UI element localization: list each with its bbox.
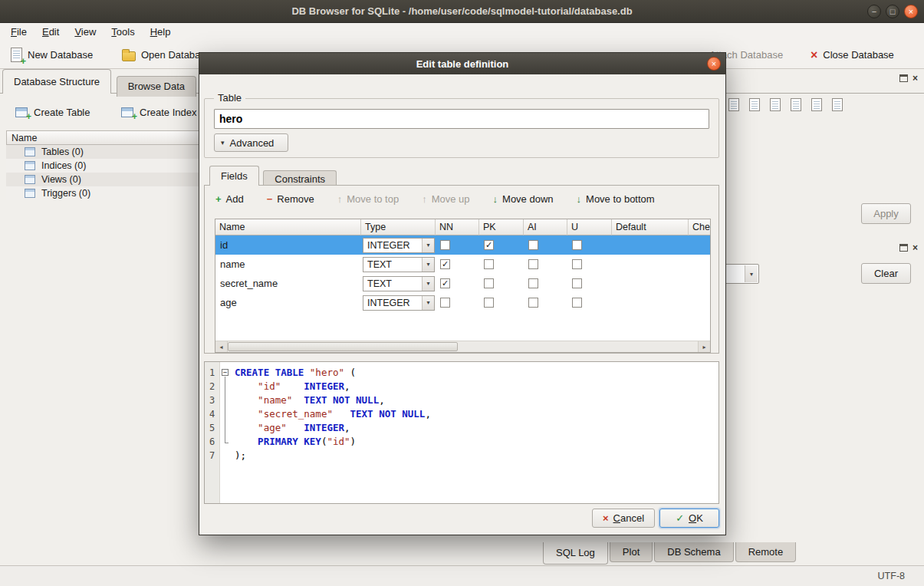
type-combobox[interactable]: INTEGER▾ bbox=[363, 238, 435, 253]
add-label: Add bbox=[226, 193, 244, 205]
create-index-button[interactable]: Create Index bbox=[117, 102, 201, 122]
fold-marker bbox=[220, 435, 232, 449]
bottom-tab-remote[interactable]: Remote bbox=[735, 542, 797, 562]
fields-grid: NameTypeNNPKAIUDefaultCheck idINTEGER▾✓n… bbox=[215, 219, 711, 353]
pk-checkbox[interactable] bbox=[484, 259, 494, 269]
column-header[interactable]: PK bbox=[479, 219, 524, 235]
column-header[interactable]: Default bbox=[612, 219, 689, 235]
field-row[interactable]: ageINTEGER▾ bbox=[215, 293, 710, 312]
sql-token bbox=[235, 394, 258, 406]
field-row[interactable]: nameTEXT▾✓ bbox=[215, 255, 710, 274]
create-table-label: Create Table bbox=[34, 107, 90, 118]
new-database-button[interactable]: New Database bbox=[8, 41, 96, 69]
advanced-button[interactable]: ▾ Advanced bbox=[214, 133, 288, 152]
ai-checkbox[interactable] bbox=[528, 298, 538, 308]
field-u-cell bbox=[567, 274, 612, 293]
bottom-tab-sql-log[interactable]: SQL Log bbox=[543, 542, 608, 565]
column-header[interactable]: Name bbox=[215, 219, 361, 235]
nn-checkbox[interactable]: ✓ bbox=[440, 278, 450, 288]
column-header[interactable]: Type bbox=[361, 219, 436, 235]
window-titlebar[interactable]: DB Browser for SQLite - /home/user/code/… bbox=[0, 0, 924, 23]
scroll-right-icon[interactable]: ▸ bbox=[698, 341, 710, 352]
scrollbar-thumb[interactable] bbox=[228, 342, 458, 351]
column-header[interactable]: AI bbox=[524, 219, 567, 235]
horizontal-scrollbar[interactable]: ◂ ▸ bbox=[215, 341, 710, 352]
cell-tool-icon[interactable] bbox=[791, 98, 801, 111]
apply-button[interactable]: Apply bbox=[861, 203, 911, 224]
table-groupbox: Table ▾ Advanced bbox=[204, 98, 719, 158]
clear-button[interactable]: Clear bbox=[861, 263, 911, 284]
nn-checkbox[interactable]: ✓ bbox=[440, 259, 450, 269]
u-checkbox[interactable] bbox=[572, 298, 582, 308]
sql-token bbox=[333, 408, 350, 420]
dock-close-icon[interactable]: × bbox=[912, 243, 918, 252]
collapse-icon[interactable]: − bbox=[222, 369, 229, 376]
nn-checkbox[interactable] bbox=[440, 240, 450, 250]
column-header[interactable]: NN bbox=[436, 219, 479, 235]
field-row[interactable]: idINTEGER▾✓ bbox=[215, 235, 710, 255]
move-up-icon: ↑ bbox=[422, 194, 427, 204]
dock-controls-bottom: × bbox=[899, 243, 918, 252]
dock-float-icon[interactable] bbox=[899, 74, 908, 82]
type-combobox[interactable]: TEXT▾ bbox=[363, 257, 435, 272]
cancel-button[interactable]: × Cancel bbox=[592, 509, 655, 528]
remove-button[interactable]: −Remove bbox=[267, 193, 314, 205]
dock-float-icon[interactable] bbox=[899, 244, 908, 252]
dock-close-icon[interactable]: × bbox=[912, 74, 918, 83]
u-checkbox[interactable] bbox=[572, 240, 582, 250]
type-combobox[interactable]: INTEGER▾ bbox=[363, 295, 435, 311]
scroll-left-icon[interactable]: ◂ bbox=[215, 341, 228, 352]
column-header[interactable]: U bbox=[567, 219, 612, 235]
tab-fields[interactable]: Fields bbox=[209, 166, 259, 186]
pk-checkbox[interactable]: ✓ bbox=[484, 240, 494, 250]
column-header[interactable]: Check bbox=[689, 219, 711, 235]
field-ai-cell bbox=[524, 274, 567, 293]
close-database-button[interactable]: × Close Database bbox=[807, 41, 897, 69]
menu-edit[interactable]: Edit bbox=[35, 25, 67, 39]
u-checkbox[interactable] bbox=[572, 259, 582, 269]
cell-tool-icon[interactable] bbox=[811, 98, 822, 111]
scrollbar-track[interactable] bbox=[458, 341, 698, 352]
move-down-button[interactable]: ↓Move down bbox=[493, 193, 554, 205]
nn-checkbox[interactable] bbox=[440, 298, 450, 308]
move-to-top-button[interactable]: ↑Move to top bbox=[337, 193, 399, 205]
cell-tool-icon[interactable] bbox=[749, 98, 760, 111]
bottom-tab-db-schema[interactable]: DB Schema bbox=[654, 542, 733, 562]
pk-checkbox[interactable] bbox=[484, 278, 494, 288]
chevron-down-icon: ▾ bbox=[221, 139, 225, 146]
menu-tools[interactable]: Tools bbox=[104, 25, 142, 39]
type-combobox[interactable]: TEXT▾ bbox=[363, 276, 435, 291]
create-table-button[interactable]: Create Table bbox=[11, 102, 94, 122]
ai-checkbox[interactable] bbox=[528, 240, 538, 250]
tab-browse-data[interactable]: Browse Data bbox=[117, 76, 196, 97]
bottom-tab-plot[interactable]: Plot bbox=[610, 542, 653, 562]
minimize-icon[interactable]: − bbox=[867, 5, 881, 18]
menu-help[interactable]: Help bbox=[143, 25, 179, 39]
u-checkbox[interactable] bbox=[572, 278, 582, 288]
maximize-icon[interactable]: □ bbox=[886, 5, 899, 18]
move-up-button[interactable]: ↑Move up bbox=[422, 193, 469, 205]
line-number: 3 bbox=[209, 393, 219, 407]
table-name-input[interactable] bbox=[214, 109, 709, 129]
cell-tool-icon[interactable] bbox=[832, 98, 843, 111]
ok-button[interactable]: ✓ OK bbox=[659, 509, 719, 528]
sql-token: ); bbox=[235, 449, 246, 461]
pk-checkbox[interactable] bbox=[484, 298, 494, 308]
field-check-cell bbox=[689, 293, 693, 312]
add-button[interactable]: +Add bbox=[215, 193, 244, 205]
dialog-close-icon[interactable]: × bbox=[707, 57, 721, 71]
sql-token bbox=[304, 367, 310, 378]
ai-checkbox[interactable] bbox=[528, 278, 538, 288]
cell-tool-icon[interactable] bbox=[770, 98, 781, 111]
menu-file[interactable]: File bbox=[3, 25, 35, 39]
move-to-bottom-button[interactable]: ↓Move to bottom bbox=[577, 193, 655, 205]
ai-checkbox[interactable] bbox=[528, 259, 538, 269]
menu-view[interactable]: View bbox=[67, 25, 104, 39]
fold-marker bbox=[220, 407, 232, 421]
tab-database-structure[interactable]: Database Structure bbox=[2, 69, 111, 94]
cell-tool-icon[interactable] bbox=[728, 98, 739, 111]
dialog-titlebar[interactable]: Edit table definition × bbox=[199, 53, 725, 74]
sql-token: "hero" bbox=[310, 367, 344, 378]
window-close-icon[interactable]: × bbox=[904, 5, 918, 18]
field-row[interactable]: secret_nameTEXT▾✓ bbox=[215, 274, 710, 293]
